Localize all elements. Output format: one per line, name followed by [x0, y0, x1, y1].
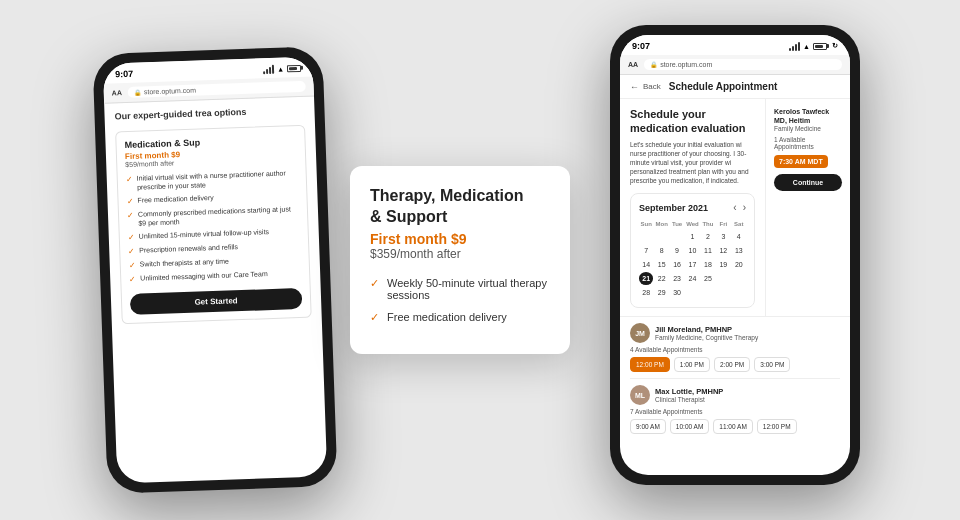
cal-day-25[interactable]: 25 [701, 272, 715, 285]
url-bar-right[interactable]: 🔒 store.optum.com [644, 59, 842, 70]
cal-day-empty [716, 286, 730, 299]
middle-feature-1: ✓ Weekly 50-minute virtual therapy sessi… [370, 277, 550, 301]
divider-1 [630, 378, 840, 379]
status-icons-left: ▲ [263, 63, 301, 73]
cal-day-4[interactable]: 4 [732, 230, 746, 243]
cal-day-21[interactable]: 21 [639, 272, 653, 285]
get-started-button[interactable]: Get Started [130, 288, 303, 315]
cal-prev-button[interactable]: ‹ [733, 202, 736, 213]
time-slot-1200am[interactable]: 12:00 PM [757, 419, 797, 434]
cal-day-10[interactable]: 10 [685, 244, 699, 257]
cal-day-1[interactable]: 1 [685, 230, 699, 243]
feature-text-3: Commonly prescribed medications starting… [138, 204, 300, 228]
time-slots-2: 9:00 AM 10:00 AM 11:00 AM 12:00 PM [630, 419, 840, 434]
status-icons-right: ▲ ↻ [789, 42, 838, 51]
cal-day-3[interactable]: 3 [716, 230, 730, 243]
appt-count-2: 7 Available Appointments [630, 408, 840, 415]
cal-day-18[interactable]: 18 [701, 258, 715, 271]
cal-day-8[interactable]: 8 [654, 244, 668, 257]
check-icon-7: ✓ [129, 275, 136, 284]
feature-text-2: Free medication delivery [137, 193, 214, 205]
avatar-1: JM [630, 323, 650, 343]
schedule-desc: Let's schedule your initial evaluation w… [630, 140, 755, 185]
check-icon-2: ✓ [126, 197, 133, 206]
cal-day-17[interactable]: 17 [685, 258, 699, 271]
doctor-time-slot[interactable]: 7:30 AM MDT [774, 155, 828, 168]
battery-icon-right [813, 43, 827, 50]
feature-item-1: ✓ Initial virtual visit with a nurse pra… [126, 168, 299, 192]
cal-day-empty [716, 272, 730, 285]
bottom-appointments: JM Jill Moreland, PMHNP Family Medicine,… [620, 316, 850, 440]
right-inner-layout: Schedule your medication evaluation Let'… [620, 99, 850, 316]
time-slot-900am[interactable]: 9:00 AM [630, 419, 666, 434]
cal-day-13[interactable]: 13 [732, 244, 746, 257]
time-slot-200pm[interactable]: 2:00 PM [714, 357, 750, 372]
status-bar-right: 9:07 ▲ ↻ [620, 35, 850, 55]
middle-card: Therapy, Medication& Support First month… [350, 166, 570, 355]
back-arrow-icon[interactable]: ← [630, 82, 639, 92]
appt-count-1: 4 Available Appointments [630, 346, 840, 353]
cal-day-empty [654, 230, 668, 243]
time-slot-1100am[interactable]: 11:00 AM [713, 419, 752, 434]
battery-icon [287, 64, 301, 71]
feature-text-7: Unlimited messaging with our Care Team [140, 269, 268, 283]
middle-first-month: First month $9 [370, 231, 550, 247]
wifi-icon-right: ▲ [803, 43, 810, 50]
cal-month: September 2021 [639, 203, 708, 213]
check-icon-6: ✓ [129, 261, 136, 270]
provider-row-2: ML Max Lottle, PMHNP Clinical Therapist [630, 385, 840, 405]
feature-text-6: Switch therapists at any time [140, 257, 229, 269]
signal-icon [263, 64, 274, 73]
cal-day-12[interactable]: 12 [716, 244, 730, 257]
schedule-heading: Schedule your medication evaluation [630, 107, 755, 136]
url-text-left: store.optum.com [144, 87, 196, 96]
cal-day-15[interactable]: 15 [654, 258, 668, 271]
check-icon-5: ✓ [128, 247, 135, 256]
cal-day-16[interactable]: 16 [670, 258, 684, 271]
continue-button[interactable]: Continue [774, 174, 842, 191]
scene: 9:07 ▲ AA 🔒 store.optum.com [0, 0, 960, 520]
cal-day-9[interactable]: 9 [670, 244, 684, 257]
url-text-right: store.optum.com [660, 61, 712, 68]
feature-item-3: ✓ Commonly prescribed medications starti… [127, 204, 300, 228]
doctor-name: Kerolos Tawfeck MD, Heitim [774, 107, 842, 125]
provider-specialty-2: Clinical Therapist [655, 396, 723, 403]
back-text[interactable]: Back [643, 82, 661, 91]
time-slot-100pm[interactable]: 1:00 PM [674, 357, 710, 372]
cal-day-28[interactable]: 28 [639, 286, 653, 299]
cal-day-14[interactable]: 14 [639, 258, 653, 271]
url-bar-left[interactable]: 🔒 store.optum.com [128, 81, 306, 98]
cal-day-empty [732, 286, 746, 299]
provider-specialty-1: Family Medicine, Cognitive Therapy [655, 334, 758, 341]
middle-check-2: ✓ [370, 311, 379, 324]
right-main-col: Schedule your medication evaluation Let'… [620, 99, 765, 316]
middle-check-1: ✓ [370, 277, 379, 290]
cal-day-22[interactable]: 22 [654, 272, 668, 285]
cal-day-empty [670, 230, 684, 243]
cal-day-20[interactable]: 20 [732, 258, 746, 271]
cal-header: September 2021 ‹ › [639, 202, 746, 213]
cal-day-24[interactable]: 24 [685, 272, 699, 285]
lock-icon-right: 🔒 [650, 61, 657, 68]
time-right: 9:07 [632, 41, 650, 51]
refresh-icon[interactable]: ↻ [832, 42, 838, 50]
cal-day-7[interactable]: 7 [639, 244, 653, 257]
middle-feature-text-1: Weekly 50-minute virtual therapy session… [387, 277, 550, 301]
feature-text-4: Unlimited 15-minute virtual follow-up vi… [139, 227, 270, 241]
check-icon-3: ✓ [127, 211, 134, 220]
cal-next-button[interactable]: › [743, 202, 746, 213]
cal-day-23[interactable]: 23 [670, 272, 684, 285]
middle-feature-2: ✓ Free medication delivery [370, 311, 550, 324]
cal-day-30[interactable]: 30 [670, 286, 684, 299]
feature-text-1: Initial virtual visit with a nurse pract… [137, 168, 299, 192]
cal-day-11[interactable]: 11 [701, 244, 715, 257]
left-screen: Our expert-guided trea options Medicatio… [104, 96, 322, 338]
time-slot-300pm[interactable]: 3:00 PM [754, 357, 790, 372]
right-side-col: Kerolos Tawfeck MD, Heitim Family Medici… [765, 99, 850, 316]
time-slot-1200pm[interactable]: 12:00 PM [630, 357, 670, 372]
time-slot-1000am[interactable]: 10:00 AM [670, 419, 709, 434]
cal-day-19[interactable]: 19 [716, 258, 730, 271]
cal-header-mon: Mon [654, 219, 668, 229]
cal-day-2[interactable]: 2 [701, 230, 715, 243]
cal-day-29[interactable]: 29 [654, 286, 668, 299]
